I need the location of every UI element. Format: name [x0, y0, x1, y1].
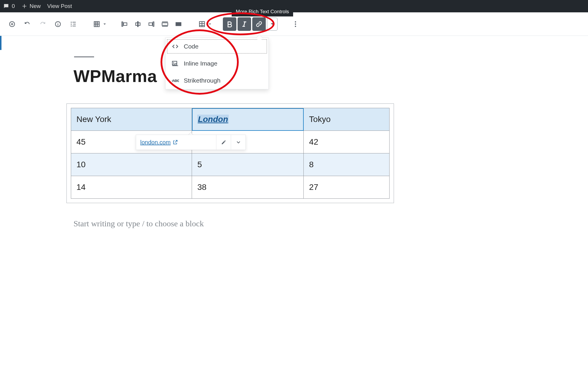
italic-icon [240, 20, 248, 28]
table-cell[interactable]: 38 [192, 176, 304, 199]
undo-button[interactable] [21, 17, 34, 31]
format-group [223, 17, 279, 31]
redo-button[interactable] [36, 17, 49, 31]
link-settings-button[interactable] [231, 135, 245, 150]
svg-point-3 [295, 26, 296, 27]
block-type-button[interactable] [90, 17, 103, 31]
editor-content: WPMarma New York London Tokyo 45 20 42 1… [0, 56, 588, 228]
new-label: New [30, 3, 41, 9]
comment-icon [3, 3, 9, 9]
align-wide-icon [161, 20, 169, 28]
dropdown-item-code[interactable]: Code [166, 38, 268, 55]
align-center-icon [134, 20, 142, 28]
selection-indicator [0, 36, 1, 50]
table-block[interactable]: New York London Tokyo 45 20 42 10 5 8 14 [66, 103, 394, 203]
link-popover: london.com [136, 135, 246, 150]
more-options-button[interactable] [289, 17, 302, 31]
plus-circle-icon [8, 20, 16, 28]
kebab-icon [292, 20, 299, 28]
bold-button[interactable] [223, 17, 236, 31]
svg-point-1 [295, 21, 296, 22]
undo-icon [24, 20, 31, 28]
editor-toolbar [0, 12, 588, 36]
pencil-icon [221, 139, 227, 145]
table-cell[interactable]: 8 [304, 153, 390, 176]
more-rich-text-button[interactable] [267, 18, 278, 31]
admin-bar: 0 New View Post [0, 0, 588, 12]
chevron-down-icon [271, 23, 274, 26]
table-cell[interactable]: 42 [304, 131, 390, 153]
link-icon [255, 20, 263, 28]
link-text[interactable]: London [197, 115, 229, 124]
comments-link[interactable]: 0 [3, 3, 15, 9]
info-icon [54, 20, 62, 28]
redo-icon [39, 20, 46, 28]
empty-paragraph[interactable]: Start writing or type / to choose a bloc… [74, 219, 588, 228]
align-full-button[interactable] [172, 17, 185, 31]
table-cell[interactable]: 14 [71, 176, 192, 199]
list-indent-icon [69, 20, 77, 28]
add-block-button[interactable] [5, 17, 19, 31]
chevron-down-icon [235, 139, 241, 145]
view-post-label: View Post [47, 3, 72, 9]
table-cell[interactable]: 5 [192, 153, 304, 176]
edit-link-button[interactable] [216, 135, 231, 150]
italic-button[interactable] [238, 17, 251, 31]
strikethrough-icon: ABC [171, 77, 179, 84]
table-block-icon [93, 20, 101, 28]
align-left-button[interactable] [118, 17, 131, 31]
code-icon [171, 43, 179, 50]
external-link-icon [172, 139, 178, 145]
table-cell[interactable]: 10 [71, 153, 192, 176]
table-cell[interactable]: 27 [304, 176, 390, 199]
post-title[interactable]: WPMarma [74, 66, 588, 86]
align-full-icon [175, 20, 182, 28]
rich-text-dropdown: Code Inline Image ABC Strikethrough [165, 38, 269, 89]
outline-button[interactable] [66, 17, 80, 31]
new-link[interactable]: New [21, 3, 41, 9]
align-left-icon [121, 20, 128, 28]
comments-count: 0 [12, 3, 15, 9]
svg-point-5 [173, 62, 174, 63]
table-edit-button[interactable] [195, 17, 209, 31]
align-wide-button[interactable] [158, 17, 172, 31]
data-table: New York London Tokyo 45 20 42 10 5 8 14 [71, 108, 390, 199]
align-group [118, 17, 185, 31]
view-post-link[interactable]: View Post [47, 3, 72, 9]
bold-icon [226, 20, 233, 28]
table-edit-icon [198, 20, 206, 28]
table-header-cell[interactable]: New York [71, 108, 192, 131]
dropdown-item-inline-image[interactable]: Inline Image [166, 55, 268, 72]
dropdown-item-strikethrough[interactable]: ABC Strikethrough [166, 72, 268, 89]
link-button[interactable] [252, 17, 266, 31]
table-header-cell[interactable]: London [192, 108, 304, 131]
title-rule [74, 56, 94, 57]
align-right-icon [148, 20, 155, 28]
table-header-cell[interactable]: Tokyo [304, 108, 390, 131]
link-url[interactable]: london.com [136, 139, 182, 146]
tooltip-more-rich-text: More Rich Text Controls [232, 7, 293, 16]
inline-image-icon [171, 60, 179, 67]
align-center-button[interactable] [131, 17, 145, 31]
align-right-button[interactable] [145, 17, 158, 31]
svg-point-2 [295, 23, 296, 24]
info-button[interactable] [51, 17, 65, 31]
plus-icon [21, 3, 27, 9]
svg-rect-0 [176, 22, 181, 26]
